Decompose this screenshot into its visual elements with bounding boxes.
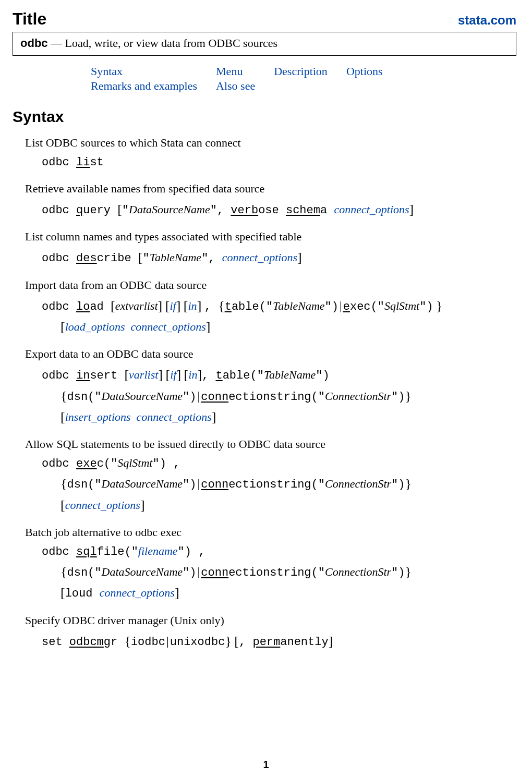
if-link[interactable]: if xyxy=(170,299,176,312)
syntax-load: odbc load [extvarlist] [if] [in] , {tabl… xyxy=(42,295,516,316)
nav-links: Syntax Menu Description Options Remarks … xyxy=(91,64,516,93)
nav-syntax[interactable]: Syntax xyxy=(91,65,123,78)
if-link[interactable]: if xyxy=(170,368,176,381)
odbcmgr-desc: Specify ODBC driver manager (Unix only) xyxy=(25,614,516,627)
document-page: Title stata.com odbc — Load, write, or v… xyxy=(0,0,532,778)
load-desc: Import data from an ODBC data source xyxy=(25,278,516,292)
syntax-insert-2: {dsn("DataSourceName")|connectionstring(… xyxy=(61,385,516,406)
nav-menu[interactable]: Menu xyxy=(216,65,243,78)
syntax-load-2: [load_options connect_options] xyxy=(61,316,516,337)
nav-also-see[interactable]: Also see xyxy=(216,79,255,92)
insert-desc: Export data to an ODBC data source xyxy=(25,347,516,361)
insert-options-link[interactable]: insert_options xyxy=(65,410,131,423)
load-options-link[interactable]: load_options xyxy=(65,320,125,333)
stata-link[interactable]: stata.com xyxy=(458,13,516,28)
exec-desc: Allow SQL statements to be issued direct… xyxy=(25,437,516,451)
syntax-exec-3: [connect_options] xyxy=(61,494,516,515)
syntax-exec: odbc exec("SqlStmt") , xyxy=(42,454,516,473)
nav-options[interactable]: Options xyxy=(346,65,383,78)
syntax-insert-3: [insert_options connect_options] xyxy=(61,406,516,427)
page-title: Title xyxy=(13,9,46,29)
syntax-heading: Syntax xyxy=(13,108,516,126)
list-desc: List ODBC sources to which Stata can con… xyxy=(25,136,516,150)
nav-description[interactable]: Description xyxy=(274,65,328,78)
query-desc: Retrieve available names from specified … xyxy=(25,182,516,196)
sqlfile-desc: Batch job alternative to odbc exec xyxy=(25,526,516,539)
connect-options-link[interactable]: connect_options xyxy=(222,251,297,264)
syntax-list: odbc list xyxy=(42,153,516,172)
syntax-query: odbc query ["DataSourceName", verbose sc… xyxy=(42,199,516,220)
varlist-link[interactable]: varlist xyxy=(129,368,158,381)
command-dash: — xyxy=(48,37,65,50)
syntax-exec-2: {dsn("DataSourceName")|connectionstring(… xyxy=(61,473,516,494)
syntax-insert: odbc insert [varlist] [if] [in], table("… xyxy=(42,364,516,385)
connect-options-link[interactable]: connect_options xyxy=(65,499,140,512)
command-desc: Load, write, or view data from ODBC sour… xyxy=(65,37,278,50)
page-number: 1 xyxy=(0,759,532,771)
connect-options-link[interactable]: connect_options xyxy=(131,320,206,333)
syntax-odbcmgr: set odbcmgr {iodbc|unixodbc} [, permanen… xyxy=(42,630,516,651)
in-link[interactable]: in xyxy=(188,368,197,381)
describe-desc: List column names and types associated w… xyxy=(25,230,516,244)
in-link[interactable]: in xyxy=(188,299,197,312)
syntax-sqlfile-2: {dsn("DataSourceName")|connectionstring(… xyxy=(61,561,516,582)
command-title-box: odbc — Load, write, or view data from OD… xyxy=(13,32,516,56)
syntax-sqlfile-3: [loud connect_options] xyxy=(61,582,516,603)
syntax-sqlfile: odbc sqlfile("filename") , xyxy=(42,542,516,561)
title-row: Title stata.com xyxy=(13,9,516,29)
nav-remarks[interactable]: Remarks and examples xyxy=(91,79,197,92)
connect-options-link[interactable]: connect_options xyxy=(100,586,175,599)
syntax-describe: odbc describe ["TableName", connect_opti… xyxy=(42,247,516,268)
connect-options-link[interactable]: connect_options xyxy=(334,203,409,216)
connect-options-link[interactable]: connect_options xyxy=(137,410,212,423)
filename-link[interactable]: filename xyxy=(138,544,178,557)
command-name: odbc xyxy=(20,37,48,50)
